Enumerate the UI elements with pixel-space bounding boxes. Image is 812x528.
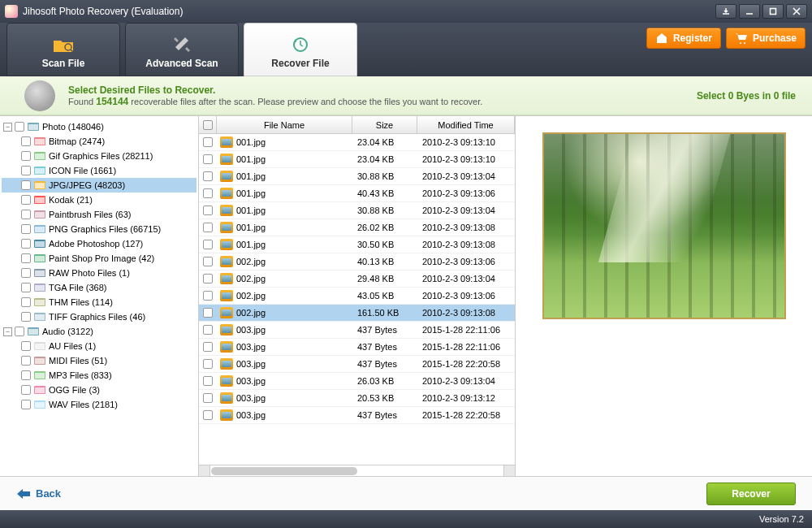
download-button[interactable] <box>715 4 736 19</box>
horizontal-scrollbar[interactable] <box>199 465 515 476</box>
tree-item[interactable]: TIFF Graphics Files (46) <box>2 309 197 324</box>
tree-checkbox[interactable] <box>21 268 31 278</box>
file-size: 26.02 KB <box>352 223 417 232</box>
tree-checkbox[interactable] <box>21 180 31 190</box>
row-checkbox[interactable] <box>203 274 213 283</box>
tree-item[interactable]: PNG Graphics Files (66715) <box>2 222 197 236</box>
tree-item[interactable]: ICON File (1661) <box>2 163 197 178</box>
file-row[interactable]: 002.jpg29.48 KB2010-2-3 09:13:04 <box>199 270 515 288</box>
back-button[interactable]: Back <box>16 487 61 500</box>
file-row[interactable]: 001.jpg30.88 KB2010-2-3 09:13:04 <box>199 202 515 219</box>
recover-button[interactable]: Recover <box>706 483 796 505</box>
category-tree[interactable]: −Photo (148046)Bitmap (2474)Gif Graphics… <box>0 116 199 476</box>
file-row[interactable]: 003.jpg26.03 KB2010-2-3 09:13:04 <box>199 373 515 390</box>
tree-item[interactable]: RAW Photo Files (1) <box>2 266 197 280</box>
tree-checkbox[interactable] <box>21 166 31 175</box>
tree-item[interactable]: MP3 Files (833) <box>2 368 197 383</box>
maximize-button[interactable] <box>762 4 784 19</box>
expand-toggle[interactable]: − <box>3 123 12 132</box>
tree-checkbox[interactable] <box>21 297 31 307</box>
tree-checkbox[interactable] <box>15 327 24 336</box>
tree-checkbox[interactable] <box>21 370 31 380</box>
select-all-checkbox[interactable] <box>203 120 213 130</box>
svg-rect-31 <box>35 314 45 320</box>
tree-checkbox[interactable] <box>21 283 31 292</box>
row-checkbox[interactable] <box>203 154 213 164</box>
tree-checkbox[interactable] <box>21 151 31 161</box>
tree-checkbox[interactable] <box>21 136 31 146</box>
file-row[interactable]: 003.jpg437 Bytes2015-1-28 22:11:06 <box>199 339 515 356</box>
row-checkbox[interactable] <box>203 393 213 403</box>
tree-item[interactable]: Gif Graphics Files (28211) <box>2 149 197 163</box>
row-checkbox[interactable] <box>203 376 213 386</box>
row-checkbox[interactable] <box>203 325 213 335</box>
row-checkbox[interactable] <box>203 359 213 369</box>
file-row[interactable]: 003.jpg437 Bytes2015-1-28 22:20:58 <box>199 407 515 424</box>
tree-checkbox[interactable] <box>21 195 31 205</box>
tree-item[interactable]: MIDI Files (51) <box>2 353 197 368</box>
file-row[interactable]: 001.jpg26.02 KB2010-2-3 09:13:08 <box>199 219 515 236</box>
file-row[interactable]: 001.jpg30.50 KB2010-2-3 09:13:08 <box>199 236 515 253</box>
tree-group[interactable]: −Audio (3122) <box>2 324 197 339</box>
tree-checkbox[interactable] <box>21 210 31 219</box>
file-row[interactable]: 001.jpg23.04 KB2010-2-3 09:13:10 <box>199 151 515 168</box>
file-row[interactable]: 001.jpg40.43 KB2010-2-3 09:13:06 <box>199 185 515 202</box>
file-row[interactable]: 001.jpg23.04 KB2010-2-3 09:13:10 <box>199 134 515 151</box>
tree-checkbox[interactable] <box>21 253 31 263</box>
file-row[interactable]: 002.jpg40.13 KB2010-2-3 09:13:06 <box>199 253 515 270</box>
tree-item[interactable]: Paint Shop Pro Image (42) <box>2 251 197 266</box>
file-row[interactable]: 002.jpg161.50 KB2010-2-3 09:13:08 <box>199 305 515 322</box>
file-row[interactable]: 003.jpg20.53 KB2010-2-3 09:13:12 <box>199 390 515 407</box>
purchase-button[interactable]: Purchase <box>726 28 806 49</box>
tab-advanced-scan[interactable]: Advanced Scan <box>125 23 239 76</box>
expand-toggle[interactable]: − <box>3 327 12 336</box>
tab-scan-file[interactable]: Scan File <box>6 23 120 76</box>
tree-item[interactable]: THM Files (114) <box>2 295 197 309</box>
row-checkbox[interactable] <box>203 223 213 232</box>
tree-checkbox[interactable] <box>21 385 31 395</box>
file-row[interactable]: 001.jpg30.88 KB2010-2-3 09:13:04 <box>199 168 515 185</box>
col-modified[interactable]: Modified Time <box>417 116 515 133</box>
tree-checkbox[interactable] <box>21 312 31 322</box>
tree-item[interactable]: OGG File (3) <box>2 383 197 397</box>
row-checkbox[interactable] <box>203 171 213 181</box>
titlebar[interactable]: Jihosoft Photo Recovery (Evaluation) <box>0 0 812 23</box>
tree-item[interactable]: WAV Files (2181) <box>2 397 197 412</box>
tree-checkbox[interactable] <box>21 341 31 351</box>
svg-rect-0 <box>771 9 776 15</box>
tree-item[interactable]: JPG/JPEG (48203) <box>2 178 197 193</box>
row-checkbox[interactable] <box>203 137 213 147</box>
tree-item[interactable]: Bitmap (2474) <box>2 134 197 149</box>
tree-checkbox[interactable] <box>21 400 31 409</box>
tab-recover-file[interactable]: Recover File <box>244 23 357 76</box>
tree-checkbox[interactable] <box>21 356 31 366</box>
row-checkbox[interactable] <box>203 410 213 420</box>
tree-item[interactable]: Paintbrush Files (63) <box>2 207 197 222</box>
col-size[interactable]: Size <box>352 116 417 133</box>
col-filename[interactable]: File Name <box>217 116 352 133</box>
file-type-icon <box>33 399 46 410</box>
tree-item[interactable]: Adobe Photoshop (127) <box>2 236 197 251</box>
row-checkbox[interactable] <box>203 342 213 352</box>
tree-item[interactable]: TGA File (368) <box>2 280 197 295</box>
tree-checkbox[interactable] <box>15 122 24 132</box>
tree-item[interactable]: Kodak (21) <box>2 193 197 207</box>
tree-item[interactable]: AU Files (1) <box>2 339 197 353</box>
row-checkbox[interactable] <box>203 240 213 249</box>
file-type-icon <box>27 121 40 132</box>
file-row[interactable]: 003.jpg437 Bytes2015-1-28 22:11:06 <box>199 322 515 339</box>
minimize-button[interactable] <box>739 4 760 19</box>
row-checkbox[interactable] <box>203 188 213 198</box>
tree-checkbox[interactable] <box>21 239 31 249</box>
row-checkbox[interactable] <box>203 206 213 215</box>
close-button[interactable] <box>786 4 807 19</box>
row-checkbox[interactable] <box>203 291 213 301</box>
file-name: 001.jpg <box>236 154 266 164</box>
register-button[interactable]: Register <box>646 28 721 49</box>
row-checkbox[interactable] <box>203 257 213 266</box>
tree-group[interactable]: −Photo (148046) <box>2 119 197 134</box>
tree-checkbox[interactable] <box>21 224 31 234</box>
row-checkbox[interactable] <box>203 308 213 318</box>
file-row[interactable]: 002.jpg43.05 KB2010-2-3 09:13:06 <box>199 288 515 305</box>
file-row[interactable]: 003.jpg437 Bytes2015-1-28 22:20:58 <box>199 356 515 373</box>
